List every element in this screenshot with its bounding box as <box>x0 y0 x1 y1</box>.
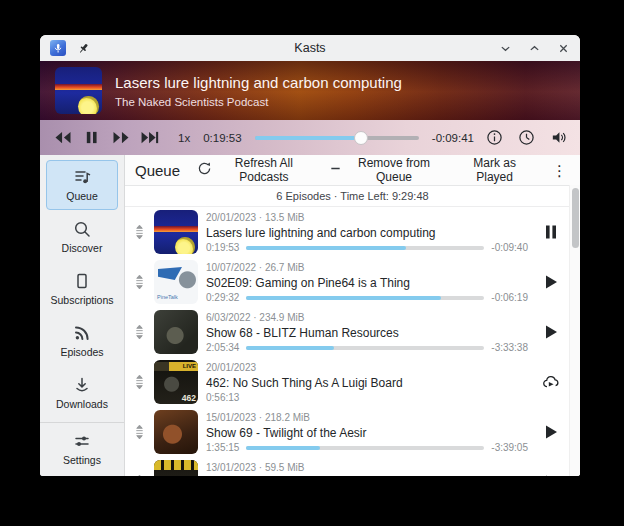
episode-progress: 0:56:13 <box>206 393 528 403</box>
episode-list: 20/01/2023 · 13.5 MiB Lasers lure lightn… <box>125 207 580 476</box>
playback-rate[interactable]: 1x <box>178 132 190 144</box>
sidebar-item-icon-slot <box>72 323 92 343</box>
sleep-timer-button[interactable] <box>514 126 538 150</box>
sidebar-item-subscriptions[interactable]: Subscriptions <box>46 264 118 314</box>
remove-from-queue-button[interactable]: Remove from Queue <box>327 154 443 186</box>
cloud-play-icon <box>542 374 560 390</box>
queue-toolbar: Queue Refresh All Podcasts Remove from Q… <box>125 155 580 186</box>
titlebar[interactable]: Kasts <box>40 35 580 61</box>
sidebar-item-episodes[interactable]: Episodes <box>46 316 118 366</box>
episode-progress-bar[interactable] <box>246 246 484 250</box>
sliders-icon-slot <box>72 431 92 451</box>
refresh-all-podcasts-button[interactable]: Refresh All Podcasts <box>195 154 312 186</box>
volume-button[interactable] <box>546 126 570 150</box>
close-button[interactable] <box>556 41 570 55</box>
refresh-label: Refresh All Podcasts <box>218 156 310 184</box>
sidebar-item-label: Discover <box>62 242 103 254</box>
mark-as-played-button[interactable]: Mark as Played <box>457 154 532 186</box>
episode-title: Show 69 - Twilight of the Aesir <box>206 426 528 440</box>
window-title: Kasts <box>160 41 460 55</box>
pause-icon <box>543 224 559 240</box>
maximize-button[interactable] <box>527 41 541 55</box>
play-episode-button[interactable] <box>536 424 566 440</box>
episode-progress-fill <box>246 296 441 300</box>
episode-artwork <box>154 460 198 476</box>
kasts-window: Kasts Lasers lure lightning and carbon c… <box>40 35 580 476</box>
playlist-icon <box>72 167 92 187</box>
play-episode-button[interactable] <box>536 324 566 340</box>
page-title: Queue <box>135 162 180 179</box>
minimize-button[interactable] <box>498 41 512 55</box>
episode-progress-bar[interactable] <box>246 446 484 450</box>
seek-slider[interactable] <box>255 131 419 145</box>
rss-icon <box>72 323 92 343</box>
drag-handle-icon[interactable] <box>132 374 146 390</box>
episode-row[interactable]: 13/01/2023 · 59.5 MiB 461: No Such Thing… <box>125 457 568 476</box>
minus-icon <box>329 162 342 178</box>
episode-position: 0:19:53 <box>206 242 239 253</box>
pause-episode-button[interactable] <box>536 224 566 240</box>
fast-forward-button[interactable] <box>108 126 133 150</box>
player-progress-handle[interactable] <box>354 131 368 145</box>
episode-info: 20/01/2023 462: No Such Thing As A Luigi… <box>206 362 528 403</box>
episode-progress-fill <box>246 446 320 450</box>
play-episode-button[interactable] <box>536 474 566 476</box>
scrollbar-track[interactable] <box>569 185 580 476</box>
episode-row[interactable]: 15/01/2023 · 218.2 MiB Show 69 - Twiligh… <box>125 407 568 457</box>
episode-artwork <box>154 210 198 254</box>
episode-info: 13/01/2023 · 59.5 MiB 461: No Such Thing… <box>206 462 528 477</box>
episode-info: 20/01/2023 · 13.5 MiB Lasers lure lightn… <box>206 212 528 253</box>
episode-row[interactable]: 6/03/2022 · 234.9 MiB Show 68 - BLITZ Hu… <box>125 307 568 357</box>
titlebar-right <box>460 41 570 55</box>
player-progress-fill <box>255 136 362 140</box>
episode-title: Lasers lure lightning and carbon computi… <box>206 226 528 240</box>
sidebar-divider <box>40 422 124 423</box>
episode-row[interactable]: 10/07/2022 · 26.7 MiB S02E09: Gaming on … <box>125 257 568 307</box>
overflow-menu-button[interactable]: ⋮ <box>547 163 572 178</box>
drag-handle-icon[interactable] <box>132 274 146 290</box>
episode-progress-fill <box>246 346 334 350</box>
skip-next-button[interactable] <box>137 126 162 150</box>
episode-progress-bar[interactable] <box>246 296 484 300</box>
pin-icon[interactable] <box>76 41 90 55</box>
episode-row[interactable]: 20/01/2023 · 13.5 MiB Lasers lure lightn… <box>125 207 568 257</box>
episode-meta: 20/01/2023 · 13.5 MiB <box>206 212 528 223</box>
episode-progress: 2:05:34 -3:33:38 <box>206 343 528 353</box>
episode-meta: 20/01/2023 <box>206 362 528 373</box>
sidebar-item-label: Subscriptions <box>50 294 113 306</box>
pause-button[interactable] <box>79 126 104 150</box>
episode-info-button[interactable] <box>482 126 506 150</box>
episode-progress-bar[interactable] <box>246 346 484 350</box>
app-icon[interactable] <box>50 40 66 56</box>
episode-progress-fill <box>246 246 405 250</box>
episode-meta: 15/01/2023 · 218.2 MiB <box>206 412 528 423</box>
episode-artwork <box>154 260 198 304</box>
drag-handle-icon[interactable] <box>132 324 146 340</box>
queue-summary: 6 Episodes · Time Left: 9:29:48 <box>125 186 580 207</box>
episode-info: 15/01/2023 · 218.2 MiB Show 69 - Twiligh… <box>206 412 528 453</box>
sidebar-item-settings[interactable]: Settings <box>46 424 118 474</box>
sidebar-item-queue[interactable]: Queue <box>46 160 118 210</box>
episode-remaining: -0:06:19 <box>491 292 528 303</box>
rewind-button[interactable] <box>50 126 75 150</box>
play-icon <box>543 474 559 476</box>
now-playing-header[interactable]: Lasers lure lightning and carbon computi… <box>40 61 580 120</box>
sidebar-item-icon-slot <box>72 375 92 395</box>
episode-title: S02E09: Gaming on Pine64 is a Thing <box>206 276 528 290</box>
stream-episode-button[interactable] <box>536 374 566 390</box>
sidebar-item-discover[interactable]: Discover <box>46 212 118 262</box>
drag-handle-icon[interactable] <box>132 224 146 240</box>
drag-handle-icon[interactable] <box>132 424 146 440</box>
episode-meta: 13/01/2023 · 59.5 MiB <box>206 462 528 473</box>
sidebar-item-downloads[interactable]: Downloads <box>46 368 118 418</box>
episode-remaining: -3:33:38 <box>491 342 528 353</box>
episode-position: 2:05:34 <box>206 342 239 353</box>
drag-handle-icon[interactable] <box>132 474 146 476</box>
episode-row[interactable]: 20/01/2023 462: No Such Thing As A Luigi… <box>125 357 568 407</box>
sidebar-item-label: Settings <box>63 454 101 466</box>
play-episode-button[interactable] <box>536 274 566 290</box>
play-icon <box>543 274 559 290</box>
now-playing-text: Lasers lure lightning and carbon computi… <box>115 74 402 108</box>
sidebar-item-label: Downloads <box>56 398 108 410</box>
scrollbar-thumb[interactable] <box>572 188 579 248</box>
